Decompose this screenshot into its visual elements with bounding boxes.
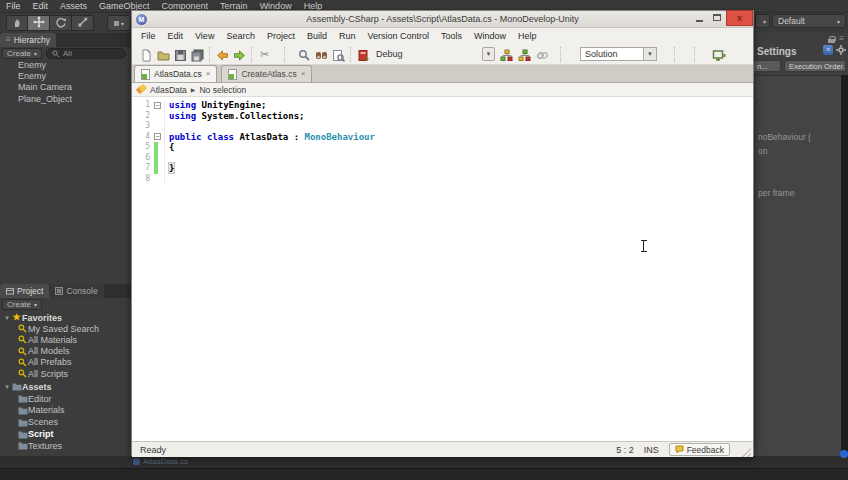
version-control-tree-icon[interactable] (500, 48, 513, 61)
file-icon (133, 458, 140, 465)
hierarchy-item-enemy[interactable]: Enemy (0, 71, 131, 82)
resize-grip[interactable] (740, 443, 751, 457)
breadcrumb-selection[interactable]: No selection (199, 85, 246, 95)
asset-folder-textures[interactable]: Textures (0, 440, 131, 452)
code-line-4[interactable]: 4−public class AtlasData : MonoBehaviour (132, 132, 753, 143)
cut-icon[interactable]: ✂ (258, 48, 271, 61)
md-menu-file[interactable]: File (135, 28, 162, 44)
hand-tool-button[interactable] (6, 15, 28, 31)
code-line-5[interactable]: 5{ (132, 142, 753, 153)
close-tab-icon[interactable]: × (301, 70, 306, 78)
layers-dropdown[interactable]: ▾ (755, 14, 770, 28)
inspector-scrollbar[interactable] (841, 75, 848, 458)
disclosure-triangle-icon[interactable]: ▼ (3, 384, 11, 390)
fold-marker-icon[interactable]: − (152, 100, 164, 111)
project-create-button[interactable]: Create ▾ (2, 299, 42, 310)
maximize-button[interactable] (708, 10, 726, 25)
code-line-8[interactable]: 8 (132, 174, 753, 185)
disclosure-triangle-icon[interactable]: ▼ (3, 315, 11, 321)
debug-configuration-dropdown-button[interactable]: ▼ (482, 47, 495, 61)
new-file-icon[interactable] (140, 48, 153, 61)
debug-document-icon[interactable] (357, 48, 370, 61)
move-tool-button[interactable] (28, 15, 50, 31)
rotate-tool-button[interactable] (50, 15, 72, 31)
asset-folder-script[interactable]: Script (0, 428, 131, 440)
scale-tool-button[interactable] (72, 15, 94, 31)
breadcrumb-class[interactable]: AtlasData (150, 85, 187, 95)
code-line-1[interactable]: 1−using UnityEngine; (132, 100, 753, 111)
layout-dropdown[interactable]: Default ▾ (772, 14, 846, 28)
code-line-2[interactable]: 2using System.Collections; (132, 111, 753, 122)
favorite-all-models[interactable]: All Models (0, 346, 131, 357)
hierarchy-create-button[interactable]: Create ▾ (2, 48, 42, 59)
favorites-header[interactable]: ▼★Favorites (0, 312, 131, 323)
favorites-tree: ▼★FavoritesMy Saved SearchAll MaterialsA… (0, 312, 131, 379)
asset-folder-materials[interactable]: Materials (0, 405, 131, 417)
find-replace-icon[interactable] (332, 48, 345, 61)
gear-icon[interactable] (836, 45, 846, 55)
title-bar[interactable]: M Assembly-CSharp - Assets\Script\AtlasD… (132, 11, 753, 28)
md-menu-edit[interactable]: Edit (162, 28, 190, 44)
asset-folder-editor[interactable]: Editor (0, 393, 131, 405)
code-line-7[interactable]: 7} (132, 163, 753, 174)
search-icon[interactable] (298, 48, 311, 61)
md-menu-help[interactable]: Help (512, 28, 543, 44)
fold-marker-icon[interactable]: − (152, 132, 164, 143)
hierarchy-item-main-camera[interactable]: Main Camera (0, 82, 131, 93)
close-tab-icon[interactable]: × (206, 70, 211, 78)
execution-order-button[interactable]: Execution Order... (784, 60, 846, 72)
code-line-6[interactable]: 6 (132, 153, 753, 164)
lock-icon[interactable] (828, 36, 835, 43)
open-script-button[interactable]: n... (752, 60, 781, 72)
md-menu-run[interactable]: Run (333, 28, 362, 44)
debug-configuration-selector[interactable]: Debug (376, 47, 403, 62)
unity-menu-edit[interactable]: Edit (27, 0, 55, 13)
find-in-files-icon[interactable] (315, 48, 328, 61)
md-menu-version-control[interactable]: Version Control (361, 28, 435, 44)
pivot-toggle-button[interactable]: ▾ (107, 15, 131, 31)
code-editor[interactable]: 1−using UnityEngine;2using System.Collec… (132, 97, 753, 441)
attach-icon[interactable] (536, 48, 549, 61)
unity-menu-assets[interactable]: Assets (54, 0, 93, 13)
save-all-icon[interactable] (191, 48, 204, 61)
md-menu-view[interactable]: View (189, 28, 220, 44)
device-target-icon[interactable] (712, 48, 725, 61)
hierarchy-search-input[interactable]: All (46, 48, 126, 59)
breadcrumb[interactable]: AtlasData ▶ No selection (132, 83, 753, 97)
monodevelop-window: M Assembly-CSharp - Assets\Script\AtlasD… (131, 10, 754, 456)
save-icon[interactable] (174, 48, 187, 61)
code-line-3[interactable]: 3 (132, 121, 753, 132)
feedback-button[interactable]: Feedback (669, 443, 730, 456)
hierarchy-item-enemy[interactable]: Enemy (0, 60, 131, 71)
favorite-all-scripts[interactable]: All Scripts (0, 368, 131, 379)
hierarchy-item-plane-object[interactable]: Plane_Object (0, 94, 131, 105)
minimize-button[interactable] (690, 10, 708, 25)
menu-icon[interactable]: ≡ (839, 35, 844, 43)
assets-header[interactable]: ▼Assets (0, 381, 131, 393)
version-control-tree-icon[interactable] (518, 48, 531, 61)
open-folder-icon[interactable] (157, 48, 170, 61)
tab-console[interactable]: Console (49, 284, 103, 298)
taskbar-item[interactable]: AtlasData.cs (133, 457, 188, 466)
navigate-forward-icon[interactable] (233, 48, 246, 61)
md-menu-project[interactable]: Project (261, 28, 301, 44)
navigate-back-icon[interactable] (216, 48, 229, 61)
asset-folder-scenes[interactable]: Scenes (0, 416, 131, 428)
tray-icon[interactable] (840, 450, 848, 458)
md-menu-build[interactable]: Build (301, 28, 333, 44)
favorite-my-saved-search[interactable]: My Saved Search (0, 323, 131, 334)
md-menu-search[interactable]: Search (220, 28, 261, 44)
favorite-all-materials[interactable]: All Materials (0, 334, 131, 345)
unity-menu-file[interactable]: File (0, 0, 27, 13)
tab-project[interactable]: Project (0, 284, 49, 298)
project-panel: Project Console Create ▾ ▼★FavoritesMy S… (0, 284, 131, 458)
md-menu-window[interactable]: Window (468, 28, 512, 44)
tab-createatlas[interactable]: CreateAtlas.cs × (221, 65, 312, 82)
tab-atlasdata[interactable]: AtlasData.cs × (134, 65, 217, 82)
md-menu-tools[interactable]: Tools (435, 28, 468, 44)
search-icon (18, 324, 27, 333)
tab-hierarchy[interactable]: ≡ Hierarchy (0, 33, 56, 47)
close-button[interactable]: x (726, 10, 753, 26)
solution-selector[interactable]: Solution ▼ (580, 47, 657, 61)
favorite-all-prefabs[interactable]: All Prefabs (0, 357, 131, 368)
